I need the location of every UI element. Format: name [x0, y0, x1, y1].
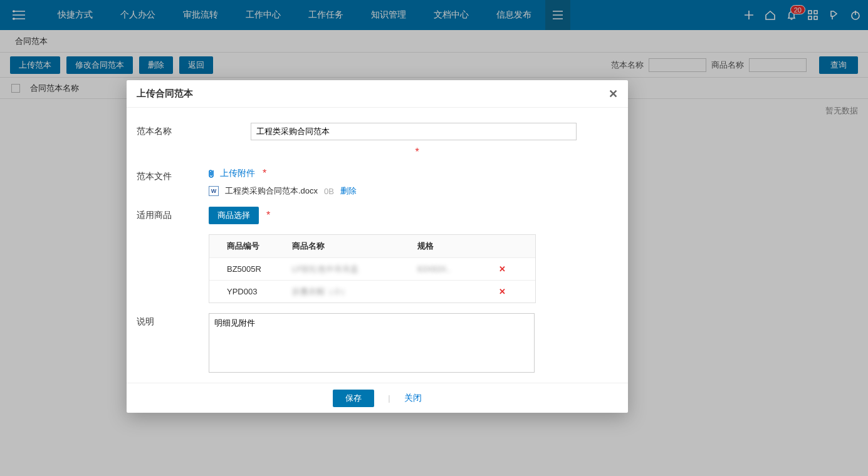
product-table: 商品编号 商品名称 规格 BZ5005R LF纹红色中吊吊盘 63X63X.. … [209, 234, 536, 303]
dialog-header: 上传合同范本 ✕ [127, 80, 628, 108]
table-row: BZ5005R LF纹红色中吊吊盘 63X63X.. ✕ [209, 257, 535, 280]
file-delete-link[interactable]: 删除 [340, 185, 357, 197]
table-header: 商品编号 商品名称 规格 [209, 235, 535, 257]
save-button[interactable]: 保存 [333, 390, 374, 407]
table-row: YPD003 折叠衣帽（小） ✕ [209, 280, 535, 303]
divider: | [388, 393, 390, 403]
required-mark: * [415, 147, 419, 158]
select-product-button[interactable]: 商品选择 [209, 207, 259, 224]
label-file: 范本文件 [137, 168, 209, 182]
remove-row-icon[interactable]: ✕ [499, 264, 506, 274]
label-products: 适用商品 [137, 207, 209, 221]
remove-row-icon[interactable]: ✕ [499, 287, 506, 296]
template-name-input[interactable] [251, 123, 577, 140]
close-icon[interactable]: ✕ [609, 87, 618, 101]
dialog-title: 上传合同范本 [137, 88, 193, 100]
label-desc: 说明 [137, 313, 209, 328]
attached-file: W 工程类采购合同范本.docx 0B 删除 [209, 185, 618, 197]
file-size: 0B [324, 187, 334, 196]
close-link[interactable]: 关闭 [404, 393, 422, 404]
dialog-body: 范本名称 * 范本文件 上传附件 * W 工程类采购合同范本.docx [127, 108, 628, 383]
upload-dialog: 上传合同范本 ✕ 范本名称 * 范本文件 上传附件 * W [127, 80, 628, 413]
required-mark: * [263, 168, 266, 179]
file-name: 工程类采购合同范本.docx [225, 185, 318, 197]
description-textarea[interactable] [209, 313, 535, 373]
label-name: 范本名称 [137, 123, 209, 137]
upload-attachment-link[interactable]: 上传附件 [209, 168, 255, 179]
word-file-icon: W [209, 186, 219, 196]
required-mark: * [266, 210, 270, 221]
dialog-footer: 保存 | 关闭 [127, 383, 628, 413]
